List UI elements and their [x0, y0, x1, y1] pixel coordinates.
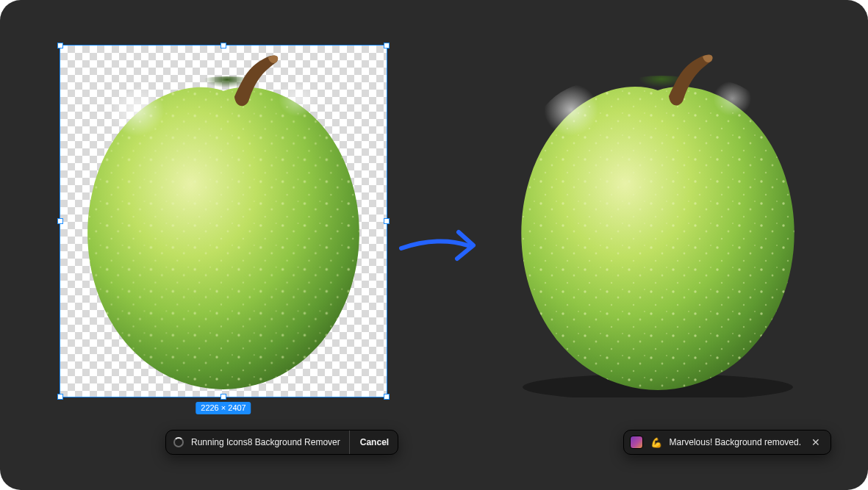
source-apple-image — [60, 46, 387, 397]
toast-message: Marvelous! Background removed. — [670, 437, 801, 447]
divider — [349, 430, 350, 454]
toast-close-button[interactable]: ✕ — [808, 437, 823, 447]
result-apple-image — [489, 45, 827, 397]
selection-handle-top-left[interactable] — [57, 43, 63, 48]
success-toast: 💪 Marvelous! Background removed. ✕ — [623, 430, 831, 455]
selection-handle-bottom-left[interactable] — [57, 394, 63, 400]
plugin-status-bar: Running Icons8 Background Remover Cancel — [165, 430, 398, 455]
selection-handle-bottom-right[interactable] — [384, 394, 390, 400]
cancel-button[interactable]: Cancel — [359, 436, 390, 449]
result-image — [489, 45, 827, 397]
plugin-avatar-icon — [630, 436, 643, 449]
source-image-selection[interactable]: 2226 × 2407 — [60, 45, 387, 397]
loading-spinner-icon — [173, 437, 184, 447]
selection-handle-middle-left[interactable] — [57, 218, 63, 224]
flex-emoji-icon: 💪 — [650, 437, 662, 448]
selection-handle-top-middle[interactable] — [220, 43, 226, 48]
editor-stage: 2226 × 2407 Running Icons8 Background Re… — [0, 0, 868, 490]
selection-handle-bottom-middle[interactable] — [220, 394, 226, 400]
svg-point-5 — [97, 82, 232, 211]
arrow-right-icon — [397, 222, 478, 267]
selection-dimensions-badge: 2226 × 2407 — [196, 402, 251, 414]
svg-point-9 — [531, 82, 666, 211]
selection-handle-middle-right[interactable] — [384, 218, 390, 224]
selection-handle-top-right[interactable] — [384, 43, 390, 48]
plugin-status-text: Running Icons8 Background Remover — [191, 437, 340, 447]
